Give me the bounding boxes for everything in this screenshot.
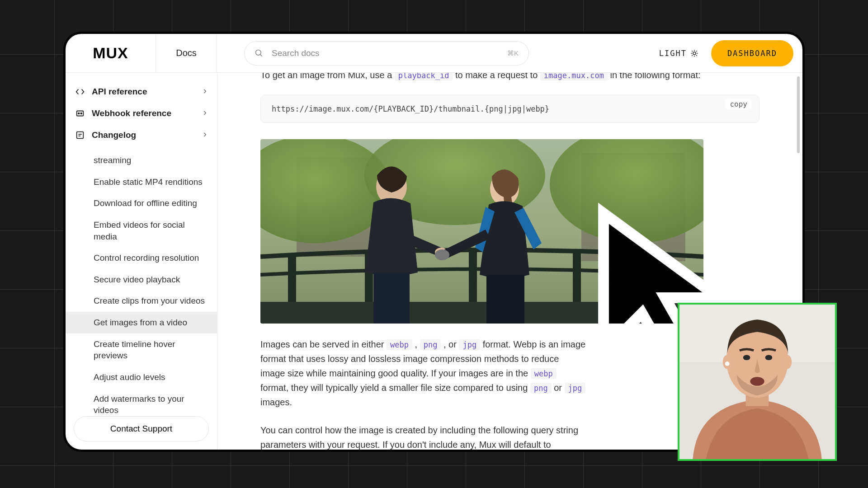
text: format, they will typically yield a smal… [260, 383, 530, 393]
svg-line-7 [692, 51, 693, 52]
copy-button[interactable]: copy [725, 99, 752, 109]
sidebar-item[interactable]: Create clips from your videos [75, 290, 208, 312]
sidebar-section-label: Changelog [92, 130, 136, 140]
sidebar-item[interactable]: Embed videos for social media [75, 214, 208, 247]
theme-toggle[interactable]: LIGHT [659, 49, 698, 58]
sidebar-section-label: API reference [92, 87, 147, 97]
sidebar-item[interactable]: Adjust audio levels [75, 366, 208, 388]
contact-support-button[interactable]: Contact Support [74, 416, 209, 441]
svg-point-40 [725, 361, 730, 366]
dashboard-button[interactable]: DASHBOARD [711, 40, 793, 66]
svg-point-42 [743, 355, 750, 360]
chevron-right-icon [202, 87, 208, 97]
sidebar-item-label: Create clips from your videos [94, 296, 205, 305]
svg-rect-11 [77, 111, 84, 116]
search-icon [255, 49, 264, 58]
sidebar-section-api-reference[interactable]: API reference [75, 81, 208, 103]
sidebar-item-label: streaming [94, 155, 131, 165]
svg-point-43 [765, 355, 773, 360]
sidebar-item[interactable]: Add watermarks to your videos [75, 388, 208, 416]
svg-point-44 [750, 377, 764, 386]
code-inline: png [420, 339, 441, 350]
changelog-icon [75, 130, 85, 141]
sidebar-scroll[interactable]: API reference Webhook reference [66, 73, 217, 416]
logo-cell: MUX [66, 34, 156, 72]
text: , [412, 339, 420, 349]
sun-icon [690, 49, 698, 57]
chevron-right-icon [202, 108, 208, 118]
sidebar-item-label: Adjust audio levels [94, 372, 165, 382]
svg-point-2 [693, 52, 696, 55]
webcam-overlay [678, 303, 837, 461]
sidebar-item-label: Secure video playback [94, 275, 180, 284]
sidebar-item-label: Get images from a video [94, 318, 187, 327]
text: or [554, 383, 564, 393]
sidebar-item[interactable]: Secure video playback [75, 269, 208, 291]
code-inline: webp [531, 368, 557, 379]
svg-rect-14 [77, 132, 84, 139]
text: , or [441, 339, 459, 349]
sidebar-sublist: streaming Enable static MP4 renditions D… [75, 150, 208, 416]
code-inline: webp [387, 339, 412, 350]
code-inline: jpg [459, 339, 480, 350]
sidebar-section-changelog[interactable]: Changelog [75, 124, 208, 146]
code-inline: png [530, 383, 552, 394]
svg-line-9 [692, 55, 693, 56]
search-shortcut: ⌘K [507, 49, 519, 57]
webhook-icon [75, 108, 85, 119]
code-inline: playback_id [395, 73, 453, 81]
text: to make a request to [455, 73, 540, 80]
text: To get an image from Mux, use a [260, 73, 395, 80]
sidebar: API reference Webhook reference [66, 73, 217, 450]
svg-point-0 [256, 50, 261, 55]
sidebar-item-label: Add watermarks to your videos [94, 394, 184, 415]
svg-line-10 [696, 51, 697, 52]
sidebar-item-label: Control recording resolution [94, 253, 199, 263]
text: images. [260, 397, 292, 407]
docs-link[interactable]: Docs [156, 34, 217, 72]
sidebar-item-label: Embed videos for social media [94, 220, 185, 241]
theme-label: LIGHT [659, 49, 687, 58]
intro-paragraph: To get an image from Mux, use a playback… [260, 73, 760, 82]
sidebar-section-label: Webhook reference [92, 108, 171, 118]
text: Images can be served in either [260, 339, 387, 349]
svg-line-8 [696, 55, 697, 56]
sidebar-item-active[interactable]: Get images from a video [66, 312, 217, 333]
sidebar-item[interactable]: Download for offline editing [75, 192, 208, 214]
sidebar-item-label: Create timeline hover previews [94, 339, 175, 361]
logo[interactable]: MUX [93, 44, 128, 62]
text: You can control how the image is created… [260, 425, 578, 450]
dashboard-label: DASHBOARD [727, 49, 777, 58]
scrollbar[interactable] [797, 76, 800, 153]
top-bar: MUX Docs Search docs ⌘K LIGHT DASHBOARD [66, 34, 802, 73]
sidebar-item-label: Download for offline editing [94, 198, 197, 208]
sidebar-item[interactable]: Create timeline hover previews [75, 333, 208, 366]
code-inline: image.mux.com [540, 73, 608, 81]
paragraph: You can control how the image is created… [260, 423, 586, 450]
sidebar-item-label: Enable static MP4 renditions [94, 177, 203, 187]
svg-rect-30 [373, 272, 410, 324]
support-label: Contact Support [110, 424, 172, 434]
svg-point-41 [783, 355, 792, 369]
docs-label: Docs [176, 48, 197, 58]
svg-point-12 [78, 113, 80, 114]
sidebar-item[interactable]: Control recording resolution [75, 247, 208, 269]
text: in the following format: [610, 73, 700, 80]
code-block: copy https://image.mux.com/{PLAYBACK_ID}… [260, 95, 760, 123]
sidebar-item[interactable]: streaming [75, 150, 208, 171]
chevron-right-icon [202, 130, 208, 140]
sidebar-item[interactable]: Enable static MP4 renditions [75, 171, 208, 193]
search-placeholder: Search docs [272, 48, 507, 58]
cursor-icon [443, 198, 703, 324]
svg-point-13 [80, 113, 82, 114]
code-inline: jpg [565, 383, 586, 394]
search-input[interactable]: Search docs ⌘K [244, 41, 529, 66]
code-text: https://image.mux.com/{PLAYBACK_ID}/thum… [272, 104, 549, 113]
api-icon [75, 86, 85, 97]
paragraph: Images can be served in either webp , pn… [260, 337, 586, 409]
thumbnail-image [260, 139, 703, 324]
svg-line-1 [260, 54, 262, 56]
sidebar-section-webhook-reference[interactable]: Webhook reference [75, 103, 208, 124]
search-wrap: Search docs ⌘K [217, 41, 659, 66]
